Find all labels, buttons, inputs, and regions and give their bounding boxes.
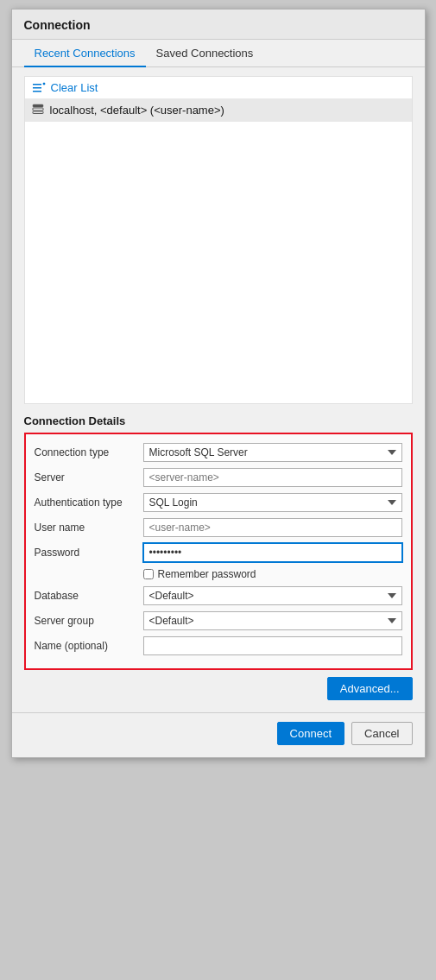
connection-dialog: Connection Recent Connections Saved Conn… <box>11 9 426 758</box>
server-field <box>143 468 402 487</box>
name-optional-field <box>143 636 402 655</box>
name-optional-input[interactable] <box>143 636 402 655</box>
database-select[interactable]: <Default> <box>143 586 402 605</box>
connection-type-select[interactable]: Microsoft SQL Server <box>143 443 402 462</box>
svg-rect-5 <box>33 104 43 107</box>
username-label: User name <box>35 522 138 534</box>
clear-list-icon <box>32 82 46 94</box>
clear-list-button[interactable]: Clear List <box>25 77 412 98</box>
password-row: Password <box>35 543 402 562</box>
database-field: <Default> <box>143 586 402 605</box>
svg-rect-2 <box>33 91 41 92</box>
advanced-button[interactable]: Advanced... <box>327 677 413 700</box>
connection-item-label: localhost, <default> (<user-name>) <box>50 104 224 117</box>
auth-type-field: SQL Login <box>143 493 402 512</box>
empty-space <box>25 122 412 294</box>
username-row: User name <box>35 518 402 537</box>
clear-list-label: Clear List <box>51 81 98 94</box>
recent-connections-panel: Clear List localhost, <default> (<user-n… <box>24 76 413 404</box>
advanced-row: Advanced... <box>12 670 425 704</box>
server-group-select[interactable]: <Default> <box>143 611 402 630</box>
auth-type-row: Authentication type SQL Login <box>35 493 402 512</box>
name-optional-row: Name (optional) <box>35 636 402 655</box>
connect-button[interactable]: Connect <box>277 722 344 745</box>
tabs-bar: Recent Connections Saved Connections <box>12 40 425 67</box>
password-input[interactable] <box>143 543 402 562</box>
connection-type-row: Connection type Microsoft SQL Server <box>35 443 402 462</box>
svg-rect-1 <box>33 87 41 89</box>
password-field <box>143 543 402 562</box>
remember-password-label: Remember password <box>158 568 256 580</box>
tab-saved-connections[interactable]: Saved Connections <box>146 40 264 67</box>
server-row: Server <box>35 468 402 487</box>
database-label: Database <box>35 590 138 602</box>
cancel-button[interactable]: Cancel <box>351 722 412 745</box>
svg-rect-6 <box>33 108 43 111</box>
connection-item[interactable]: localhost, <default> (<user-name>) <box>25 98 412 122</box>
connection-type-label: Connection type <box>35 446 138 458</box>
footer-buttons: Connect Cancel <box>12 712 425 757</box>
auth-type-label: Authentication type <box>35 496 138 509</box>
server-group-field: <Default> <box>143 611 402 630</box>
username-field <box>143 518 402 537</box>
server-input[interactable] <box>143 468 402 487</box>
connection-details-section: Connection Details Connection type Micro… <box>24 414 413 670</box>
remember-password-checkbox[interactable] <box>143 569 154 579</box>
server-group-row: Server group <Default> <box>35 611 402 630</box>
connection-type-field: Microsoft SQL Server <box>143 443 402 462</box>
username-input[interactable] <box>143 518 402 537</box>
tab-recent-connections[interactable]: Recent Connections <box>24 40 146 67</box>
password-label: Password <box>35 547 138 559</box>
server-group-label: Server group <box>35 615 138 627</box>
remember-password-row: Remember password <box>143 568 402 580</box>
database-icon <box>32 103 44 117</box>
connection-details-box: Connection type Microsoft SQL Server Ser… <box>24 433 413 670</box>
server-label: Server <box>35 471 138 484</box>
name-optional-label: Name (optional) <box>35 640 138 652</box>
dialog-title: Connection <box>12 9 425 40</box>
database-row: Database <Default> <box>35 586 402 605</box>
connection-details-title: Connection Details <box>24 414 413 427</box>
svg-rect-0 <box>33 84 41 85</box>
auth-type-select[interactable]: SQL Login <box>143 493 402 512</box>
svg-rect-7 <box>33 111 43 114</box>
